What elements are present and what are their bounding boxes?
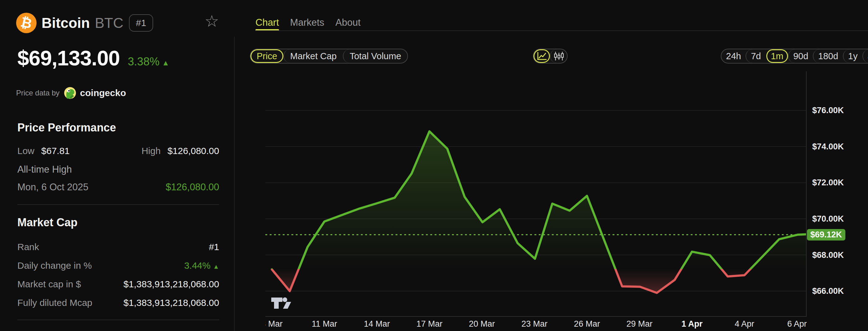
- coin-header: ₿ Bitcoin BTC #1: [16, 13, 153, 33]
- x-tick-1-apr: 1 Apr: [681, 319, 703, 329]
- coin-name: Bitcoin: [41, 14, 90, 31]
- x-tick-8-mar: 8 Mar: [266, 319, 283, 329]
- ath-value: $126,080.00: [166, 181, 219, 193]
- x-tick-11-mar: 11 Mar: [312, 319, 337, 329]
- chart-type-toggle: [533, 49, 568, 64]
- stat-value: $1,383,913,218,068.00: [123, 279, 219, 290]
- x-tick-20-mar: 20 Mar: [469, 319, 495, 329]
- up-triangle-icon: ▲: [213, 263, 219, 270]
- high-value: $126,080.00: [167, 146, 219, 156]
- stat-value: #1: [209, 242, 219, 252]
- x-tick-4-apr: 4 Apr: [735, 319, 754, 329]
- price-performance-title: Price Performance: [18, 121, 116, 134]
- price-chart[interactable]: [266, 71, 807, 317]
- ath-row: Mon, 6 Oct 2025 $126,080.00: [18, 181, 219, 193]
- low-high-row: Low$67.81 High$126,080.00: [18, 146, 219, 156]
- tabs-separator: [255, 30, 868, 31]
- y-tick-68k: $68.00K: [812, 250, 844, 260]
- coingecko-icon: [64, 87, 76, 99]
- stat-label: Fully diluted Mcap: [18, 298, 92, 308]
- tab-about[interactable]: About: [335, 17, 361, 28]
- ath-date: Mon, 6 Oct 2025: [18, 181, 88, 193]
- divider: [18, 320, 219, 320]
- favorite-star-icon[interactable]: ☆: [205, 13, 219, 29]
- ath-label: All-time High: [18, 164, 72, 175]
- provider-label: Price data by: [16, 89, 60, 97]
- x-axis-labels: 8 Mar11 Mar14 Mar17 Mar20 Mar23 Mar26 Ma…: [266, 319, 820, 331]
- y-tick-72k: $72.00K: [812, 178, 844, 188]
- up-triangle-icon: ▲: [162, 59, 169, 67]
- range-24h[interactable]: 24h: [721, 49, 746, 63]
- stat-row-daily-change-in-: Daily change in %3.44%▲: [18, 256, 219, 275]
- range-1m[interactable]: 1m: [766, 49, 788, 63]
- current-price-badge: $69.12K: [807, 229, 845, 240]
- candlestick-icon[interactable]: [550, 49, 567, 63]
- x-tick-6-apr: 6 Apr: [787, 319, 807, 329]
- time-range-toggle: 24h7d1m90d180d1yall: [721, 49, 868, 64]
- stat-row-fully-diluted-mcap: Fully diluted Mcap$1,383,913,218,068.00: [18, 294, 219, 312]
- x-tick-29-mar: 29 Mar: [626, 319, 653, 329]
- panel-separator: [234, 37, 235, 331]
- rank-badge: #1: [129, 14, 153, 32]
- y-tick-66k: $66.00K: [812, 286, 844, 296]
- stat-row-rank: Rank#1: [18, 238, 219, 256]
- coin-symbol: BTC: [95, 14, 123, 31]
- provider-attribution: Price data by coingecko: [16, 87, 126, 99]
- market-cap-rows: Rank#1Daily change in %3.44%▲Market cap …: [18, 238, 219, 312]
- stat-value: $1,383,913,218,068.00: [123, 298, 219, 308]
- tab-chart[interactable]: Chart: [255, 17, 279, 28]
- line-chart-icon[interactable]: [533, 49, 550, 63]
- stat-label: Market cap in $: [18, 279, 81, 290]
- range-180d[interactable]: 180d: [813, 49, 843, 63]
- metric-market-cap[interactable]: Market Cap: [283, 49, 343, 63]
- ath-label-row: All-time High: [18, 164, 219, 175]
- stat-row-market-cap-in-: Market cap in $$1,383,913,218,068.00: [18, 275, 219, 294]
- metric-toggle: PriceMarket CapTotal Volume: [250, 49, 408, 64]
- x-tick-14-mar: 14 Mar: [364, 319, 390, 329]
- x-tick-23-mar: 23 Mar: [521, 319, 548, 329]
- y-tick-76k: $76.00K: [812, 106, 844, 115]
- divider: [18, 204, 219, 205]
- x-tick-26-mar: 26 Mar: [574, 319, 600, 329]
- low-value: $67.81: [41, 146, 70, 156]
- tab-markets[interactable]: Markets: [290, 17, 324, 28]
- market-cap-title: Market Cap: [18, 216, 78, 229]
- x-tick-17-mar: 17 Mar: [416, 319, 442, 329]
- stat-value: 3.44%▲: [184, 260, 219, 271]
- tabs: ChartMarketsAbout: [255, 17, 361, 28]
- y-tick-70k: $70.00K: [812, 214, 844, 224]
- provider-name[interactable]: coingecko: [80, 88, 126, 98]
- metric-price[interactable]: Price: [250, 49, 283, 63]
- low-label: Low: [18, 146, 34, 156]
- price-change: 3.38%▲: [128, 55, 169, 68]
- range-1y[interactable]: 1y: [843, 49, 862, 63]
- range-90d[interactable]: 90d: [788, 49, 813, 63]
- price-row: $69,133.00 3.38%▲: [18, 46, 169, 70]
- tradingview-logo[interactable]: [270, 296, 292, 310]
- range-all[interactable]: all: [862, 49, 868, 63]
- bitcoin-icon: ₿: [16, 13, 37, 33]
- high-label: High: [142, 146, 161, 156]
- coin-price: $69,133.00: [18, 46, 120, 70]
- range-7d[interactable]: 7d: [746, 49, 765, 63]
- stat-label: Daily change in %: [18, 260, 92, 271]
- y-tick-74k: $74.00K: [812, 142, 844, 151]
- stat-label: Rank: [18, 242, 39, 252]
- metric-total-volume[interactable]: Total Volume: [343, 49, 407, 63]
